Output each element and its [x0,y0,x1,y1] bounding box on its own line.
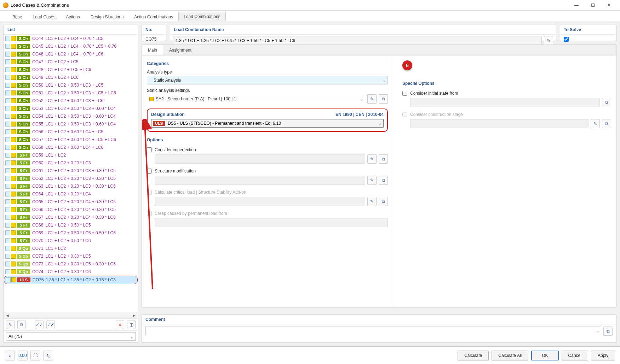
list-item[interactable]: S FrCO61LC1 + LC2 + 0.20 * LC3 + 0.30 * … [4,167,138,175]
list-item[interactable]: S ChCO50LC1 + LC2 + 0.50 * LC3 + LC5 [4,81,138,89]
opt-struct-mod[interactable]: Structure modification [147,169,388,174]
maximize-button[interactable]: ☐ [585,0,601,11]
scroll-right-icon[interactable]: ► [131,313,137,318]
delete-button[interactable]: ✕ [116,321,124,329]
tab-load-combinations[interactable]: Load Combinations [178,12,225,21]
opt-initial[interactable]: Consider initial state from [402,91,611,96]
settings-lib-button[interactable]: ⧉ [379,94,388,104]
units-button[interactable]: ⌕ [5,351,15,360]
analysis-type-select[interactable]: Static Analysis [147,76,388,84]
apply-button[interactable]: Apply [591,351,615,360]
close-button[interactable]: ✕ [601,0,617,11]
list-item[interactable]: S ChCO47LC1 + LC2 + LC5 [4,58,138,66]
badge: S Ch [17,90,30,95]
item-description: LC1 + LC2 + 0.20 * LC3 [45,160,91,165]
h-scrollbar[interactable]: ◄ ► [4,312,138,318]
list-item[interactable]: S QpCO73LC1 + LC2 + 0.30 * LC5 + 0.30 * … [4,260,138,268]
list-item[interactable]: S ChCO51LC1 + LC2 + 0.50 * LC3 + LC5 + L… [4,89,138,97]
badge: S Qp [17,246,30,251]
list-item[interactable]: S ChCO52LC1 + LC2 + 0.50 * LC3 + LC6 [4,97,138,105]
list-item[interactable]: S FrCO70LC1 + LC2 + 0.50 * LC6 [4,237,138,245]
list-item[interactable]: S QpCO72LC1 + LC2 + 0.30 * LC5 [4,252,138,260]
imperfection-new-button[interactable]: ✎ [367,154,377,164]
edit-name-button[interactable]: ✎ [544,36,553,45]
list-item[interactable]: S FrCO65LC1 + LC2 + 0.20 * LC4 + 0.30 * … [4,198,138,206]
critical-lib-button[interactable]: ⧉ [379,197,388,206]
list-item[interactable]: S FrCO60LC1 + LC2 + 0.20 * LC3 [4,159,138,167]
settings-new-button[interactable]: ✎ [367,94,377,104]
comment-select[interactable] [145,327,601,335]
settings-value: SA2 - Second-order (P-Δ) | Picard | 100 … [156,96,236,101]
formula-button[interactable]: fᵪ [43,351,53,360]
tab-load-cases[interactable]: Load Cases [27,12,61,21]
tab-action-combinations[interactable]: Action Combinations [129,12,178,21]
list-rows[interactable]: S ChCO44LC1 + LC2 + LC4 + 0.70 * LC5S Ch… [4,35,138,312]
struct-mod-lib-button[interactable]: ⧉ [379,176,388,185]
list-item[interactable]: S FrCO64LC1 + LC2 + 0.20 * LC4 [4,190,138,198]
stage-lib-button[interactable]: ⧉ [602,119,611,128]
imperfection-lib-button[interactable]: ⧉ [379,154,388,164]
initial-checkbox[interactable] [402,91,407,96]
list-item[interactable]: S ChCO49LC1 + LC2 + LC6 [4,74,138,81]
list-item[interactable]: S ChCO46LC1 + LC2 + LC4 + 0.70 * LC6 [4,50,138,58]
scroll-left-icon[interactable]: ◄ [5,313,10,318]
list-item[interactable]: S FrCO67LC1 + LC2 + 0.20 * LC4 + 0.30 * … [4,213,138,221]
solve-checkbox[interactable] [564,37,569,42]
imperfection-checkbox[interactable] [147,147,152,152]
design-situation-select[interactable]: ULS DS5 - ULS (STR/GEO) - Permanent and … [151,119,384,128]
opt-imperfection[interactable]: Consider imperfection [147,147,388,152]
badge: S Fr [17,168,30,173]
list-item[interactable]: S ChCO53LC1 + LC2 + 0.50 * LC3 + 0.60 * … [4,105,138,112]
list-item[interactable]: S ChCO45LC1 + LC2 + LC4 + 0.70 * LC5 + 0… [4,42,138,50]
list-item[interactable]: S FrCO66LC1 + LC2 + 0.20 * LC4 + 0.30 * … [4,206,138,213]
list-item[interactable]: S ChCO55LC1 + LC2 + 0.50 * LC3 + 0.60 * … [4,120,138,128]
list-item[interactable]: S FrCO69LC1 + LC2 + 0.50 * LC5 + 0.50 * … [4,229,138,237]
tab-actions[interactable]: Actions [61,12,85,21]
list-item[interactable]: S ChCO56LC1 + LC2 + 0.60 * LC4 + LC5 [4,128,138,136]
precision-button[interactable]: 0.00 [18,351,28,360]
list-item[interactable]: S ChCO57LC1 + LC2 + 0.60 * LC4 + LC5 + L… [4,136,138,143]
struct-mod-checkbox[interactable] [147,169,152,174]
list-item[interactable]: S FrCO62LC1 + LC2 + 0.20 * LC3 + 0.30 * … [4,175,138,182]
list-item[interactable]: S QpCO74LC1 + LC2 + 0.30 * LC6 [4,268,138,276]
filter-select[interactable]: All (75) [6,332,136,341]
list-item[interactable]: S FrCO59LC1 + LC2 [4,151,138,159]
ok-button[interactable]: OK [531,351,558,360]
state-icon-b [11,223,16,228]
badge: S Ch [17,145,30,150]
new-item-button[interactable]: ✎ [6,321,15,329]
state-icon-a [5,262,10,266]
list-item[interactable]: ULSCO751.35 * LC1 + 1.35 * LC2 + 0.75 * … [4,276,138,284]
copy-item-button[interactable]: ⧉ [17,321,26,329]
state-icon-b [11,67,16,72]
cancel-button[interactable]: Cancel [562,351,588,360]
list-item[interactable]: S ChCO48LC1 + LC2 + LC5 + LC6 [4,66,138,74]
subtab-assignment[interactable]: Assignment [163,45,197,55]
stage-new-button[interactable]: ✎ [591,119,600,128]
comment-lib-button[interactable]: ⧉ [603,327,613,336]
list-item[interactable]: S ChCO54LC1 + LC2 + 0.50 * LC3 + 0.60 * … [4,112,138,120]
uncheck-button[interactable]: ✓✗ [46,321,55,329]
state-icon-a [5,36,10,41]
name-input[interactable] [173,36,542,45]
critical-new-button[interactable]: ✎ [367,197,377,206]
tab-design-situations[interactable]: Design Situations [85,12,129,21]
calculate-button[interactable]: Calculate [458,351,489,360]
list-item[interactable]: S FrCO68LC1 + LC2 + 0.50 * LC5 [4,221,138,229]
model-button[interactable]: ⛶ [30,351,40,360]
initial-lib-button[interactable]: ⧉ [602,98,611,107]
list-item[interactable]: S QpCO71LC1 + LC2 [4,245,138,252]
list-item[interactable]: S ChCO58LC1 + LC2 + 0.60 * LC4 + LC6 [4,143,138,151]
settings-select[interactable]: SA2 - Second-order (P-Δ) | Picard | 100 … [147,95,365,103]
struct-mod-new-button[interactable]: ✎ [367,176,377,185]
item-code: CO58 [32,145,43,150]
view-toggle-button[interactable]: ◫ [127,321,136,329]
minimize-button[interactable]: — [568,0,585,11]
list-item[interactable]: S ChCO44LC1 + LC2 + LC4 + 0.70 * LC5 [4,35,138,42]
calculate-all-button[interactable]: Calculate All [492,351,528,360]
check-button[interactable]: ✓✓ [35,321,44,329]
item-description: LC1 + LC2 + 0.50 * LC3 + LC5 + LC6 [45,90,116,95]
tab-base[interactable]: Base [7,12,27,21]
list-item[interactable]: S FrCO63LC1 + LC2 + 0.20 * LC3 + 0.30 * … [4,182,138,190]
subtab-main[interactable]: Main [142,45,163,55]
